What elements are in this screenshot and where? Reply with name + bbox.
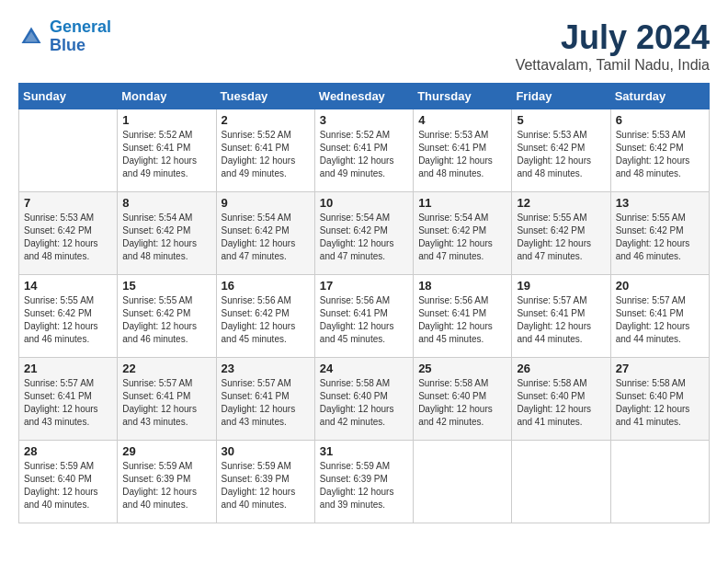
calendar-cell: 28Sunrise: 5:59 AM Sunset: 6:40 PM Dayli… <box>19 441 118 523</box>
location-title: Vettavalam, Tamil Nadu, India <box>516 57 710 74</box>
day-number: 12 <box>517 196 605 210</box>
cell-info: Sunrise: 5:58 AM Sunset: 6:40 PM Dayligh… <box>418 377 506 429</box>
calendar-cell: 13Sunrise: 5:55 AM Sunset: 6:42 PM Dayli… <box>610 192 709 275</box>
cell-info: Sunrise: 5:53 AM Sunset: 6:42 PM Dayligh… <box>517 129 605 180</box>
calendar-cell: 11Sunrise: 5:54 AM Sunset: 6:42 PM Dayli… <box>414 192 512 275</box>
day-number: 30 <box>222 444 310 458</box>
logo-line1: General <box>50 17 111 36</box>
cell-info: Sunrise: 5:55 AM Sunset: 6:42 PM Dayligh… <box>517 212 605 263</box>
day-number: 31 <box>320 444 408 458</box>
calendar-cell <box>19 109 118 192</box>
calendar-week-row: 7Sunrise: 5:53 AM Sunset: 6:42 PM Daylig… <box>19 192 710 275</box>
day-number: 9 <box>222 196 310 210</box>
day-number: 5 <box>517 113 605 127</box>
calendar-cell: 29Sunrise: 5:59 AM Sunset: 6:39 PM Dayli… <box>118 441 216 523</box>
cell-info: Sunrise: 5:57 AM Sunset: 6:41 PM Dayligh… <box>122 377 210 429</box>
day-number: 23 <box>222 362 310 375</box>
calendar-cell: 30Sunrise: 5:59 AM Sunset: 6:39 PM Dayli… <box>216 441 314 523</box>
calendar-cell: 26Sunrise: 5:58 AM Sunset: 6:40 PM Dayli… <box>512 358 610 441</box>
calendar-cell: 23Sunrise: 5:57 AM Sunset: 6:41 PM Dayli… <box>216 358 314 441</box>
cell-info: Sunrise: 5:57 AM Sunset: 6:41 PM Dayligh… <box>24 377 112 429</box>
calendar-cell: 5Sunrise: 5:53 AM Sunset: 6:42 PM Daylig… <box>512 109 610 192</box>
cell-info: Sunrise: 5:59 AM Sunset: 6:39 PM Dayligh… <box>122 460 210 511</box>
day-number: 29 <box>122 444 210 458</box>
header-tuesday: Tuesday <box>216 84 314 109</box>
day-number: 2 <box>222 113 310 127</box>
day-number: 26 <box>517 362 605 375</box>
cell-info: Sunrise: 5:53 AM Sunset: 6:41 PM Dayligh… <box>418 129 506 180</box>
day-number: 4 <box>418 113 506 127</box>
cell-info: Sunrise: 5:59 AM Sunset: 6:39 PM Dayligh… <box>320 460 408 511</box>
cell-info: Sunrise: 5:57 AM Sunset: 6:41 PM Dayligh… <box>222 377 310 429</box>
day-number: 16 <box>222 279 310 293</box>
day-number: 28 <box>24 444 112 458</box>
cell-info: Sunrise: 5:52 AM Sunset: 6:41 PM Dayligh… <box>320 129 408 180</box>
cell-info: Sunrise: 5:54 AM Sunset: 6:42 PM Dayligh… <box>222 212 310 263</box>
cell-info: Sunrise: 5:53 AM Sunset: 6:42 PM Dayligh… <box>24 212 112 263</box>
day-number: 8 <box>122 196 210 210</box>
cell-info: Sunrise: 5:53 AM Sunset: 6:42 PM Dayligh… <box>616 129 704 180</box>
month-title: July 2024 <box>516 18 710 57</box>
calendar-cell: 31Sunrise: 5:59 AM Sunset: 6:39 PM Dayli… <box>314 441 413 523</box>
cell-info: Sunrise: 5:56 AM Sunset: 6:41 PM Dayligh… <box>418 294 506 346</box>
cell-info: Sunrise: 5:58 AM Sunset: 6:40 PM Dayligh… <box>320 377 408 429</box>
day-number: 1 <box>122 113 210 127</box>
calendar-cell: 8Sunrise: 5:54 AM Sunset: 6:42 PM Daylig… <box>118 192 216 275</box>
header-sunday: Sunday <box>19 84 118 109</box>
cell-info: Sunrise: 5:54 AM Sunset: 6:42 PM Dayligh… <box>418 212 506 263</box>
title-area: July 2024 Vettavalam, Tamil Nadu, India <box>516 18 710 74</box>
calendar-cell <box>414 441 512 523</box>
header-thursday: Thursday <box>414 84 512 109</box>
cell-info: Sunrise: 5:59 AM Sunset: 6:40 PM Dayligh… <box>24 460 112 511</box>
calendar-week-row: 21Sunrise: 5:57 AM Sunset: 6:41 PM Dayli… <box>19 358 710 441</box>
day-number: 27 <box>616 362 704 375</box>
cell-info: Sunrise: 5:56 AM Sunset: 6:42 PM Dayligh… <box>222 294 310 346</box>
calendar-cell: 22Sunrise: 5:57 AM Sunset: 6:41 PM Dayli… <box>118 358 216 441</box>
calendar-week-row: 28Sunrise: 5:59 AM Sunset: 6:40 PM Dayli… <box>19 441 710 523</box>
day-number: 21 <box>24 362 112 375</box>
logo: General Blue <box>18 18 111 55</box>
day-number: 15 <box>122 279 210 293</box>
calendar-cell: 6Sunrise: 5:53 AM Sunset: 6:42 PM Daylig… <box>610 109 709 192</box>
day-number: 11 <box>418 196 506 210</box>
calendar-cell: 16Sunrise: 5:56 AM Sunset: 6:42 PM Dayli… <box>216 275 314 358</box>
cell-info: Sunrise: 5:55 AM Sunset: 6:42 PM Dayligh… <box>24 294 112 346</box>
logo-icon <box>18 24 44 50</box>
cell-info: Sunrise: 5:54 AM Sunset: 6:42 PM Dayligh… <box>320 212 408 263</box>
cell-info: Sunrise: 5:52 AM Sunset: 6:41 PM Dayligh… <box>122 129 210 180</box>
day-number: 3 <box>320 113 408 127</box>
header-wednesday: Wednesday <box>314 84 413 109</box>
day-number: 10 <box>320 196 408 210</box>
calendar-cell: 4Sunrise: 5:53 AM Sunset: 6:41 PM Daylig… <box>414 109 512 192</box>
calendar-cell: 14Sunrise: 5:55 AM Sunset: 6:42 PM Dayli… <box>19 275 118 358</box>
day-number: 13 <box>616 196 704 210</box>
calendar-cell: 18Sunrise: 5:56 AM Sunset: 6:41 PM Dayli… <box>414 275 512 358</box>
calendar-cell <box>512 441 610 523</box>
cell-info: Sunrise: 5:57 AM Sunset: 6:41 PM Dayligh… <box>517 294 605 346</box>
calendar-cell: 17Sunrise: 5:56 AM Sunset: 6:41 PM Dayli… <box>314 275 413 358</box>
day-number: 20 <box>616 279 704 293</box>
day-number: 25 <box>418 362 506 375</box>
calendar-cell: 19Sunrise: 5:57 AM Sunset: 6:41 PM Dayli… <box>512 275 610 358</box>
header-saturday: Saturday <box>610 84 709 109</box>
cell-info: Sunrise: 5:58 AM Sunset: 6:40 PM Dayligh… <box>616 377 704 429</box>
calendar-cell: 27Sunrise: 5:58 AM Sunset: 6:40 PM Dayli… <box>610 358 709 441</box>
day-number: 22 <box>122 362 210 375</box>
day-number: 14 <box>24 279 112 293</box>
cell-info: Sunrise: 5:55 AM Sunset: 6:42 PM Dayligh… <box>122 294 210 346</box>
day-number: 19 <box>517 279 605 293</box>
calendar-cell: 12Sunrise: 5:55 AM Sunset: 6:42 PM Dayli… <box>512 192 610 275</box>
cell-info: Sunrise: 5:59 AM Sunset: 6:39 PM Dayligh… <box>222 460 310 511</box>
calendar-cell <box>610 441 709 523</box>
logo-text: General Blue <box>50 18 111 55</box>
calendar-cell: 7Sunrise: 5:53 AM Sunset: 6:42 PM Daylig… <box>19 192 118 275</box>
page-header: General Blue July 2024 Vettavalam, Tamil… <box>18 18 710 74</box>
cell-info: Sunrise: 5:56 AM Sunset: 6:41 PM Dayligh… <box>320 294 408 346</box>
calendar-cell: 10Sunrise: 5:54 AM Sunset: 6:42 PM Dayli… <box>314 192 413 275</box>
cell-info: Sunrise: 5:57 AM Sunset: 6:41 PM Dayligh… <box>616 294 704 346</box>
calendar-cell: 1Sunrise: 5:52 AM Sunset: 6:41 PM Daylig… <box>118 109 216 192</box>
calendar-cell: 24Sunrise: 5:58 AM Sunset: 6:40 PM Dayli… <box>314 358 413 441</box>
day-number: 24 <box>320 362 408 375</box>
calendar-cell: 9Sunrise: 5:54 AM Sunset: 6:42 PM Daylig… <box>216 192 314 275</box>
calendar-cell: 2Sunrise: 5:52 AM Sunset: 6:41 PM Daylig… <box>216 109 314 192</box>
